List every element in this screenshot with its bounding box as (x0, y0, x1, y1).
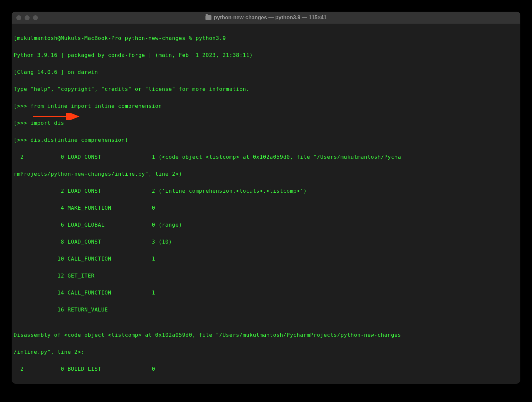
title-text: python-new-changes — python3.9 — 115×41 (214, 15, 327, 21)
folder-icon (205, 15, 211, 20)
terminal-line: 10 CALL_FUNCTION 1 (14, 255, 518, 263)
terminal-line: [Clang 14.0.6 ] on darwin (14, 68, 518, 77)
terminal-line: 6 LOAD_GLOBAL 0 (range) (14, 221, 518, 229)
terminal-line: 2 0 BUILD_LIST 0 (14, 365, 518, 373)
terminal-line: 8 LOAD_CONST 3 (10) (14, 238, 518, 246)
titlebar: python-new-changes — python3.9 — 115×41 (12, 12, 520, 24)
terminal-line: 12 GET_ITER (14, 272, 518, 280)
maximize-button[interactable] (33, 15, 38, 20)
window-controls (16, 15, 38, 20)
terminal-line: 2 LOAD_FAST 0 (.0) (14, 382, 518, 384)
terminal-line: 4 MAKE_FUNCTION 0 (14, 204, 518, 212)
terminal-line: Python 3.9.16 | packaged by conda-forge … (14, 51, 518, 60)
terminal-line: 16 RETURN_VALUE (14, 305, 518, 314)
close-button[interactable] (16, 15, 21, 20)
terminal-line: [>>> import dis (14, 119, 518, 127)
terminal-line: [mukulmantosh@Mukuls-MacBook-Pro python-… (14, 34, 518, 43)
terminal-line: [>>> dis.dis(inline_comprehension) (14, 136, 518, 144)
terminal-line: rmProjects/python-new-changes/inline.py"… (14, 170, 518, 178)
terminal-line: 14 CALL_FUNCTION 1 (14, 289, 518, 297)
terminal-line: 2 0 LOAD_CONST 1 (<code object <listcomp… (14, 153, 518, 161)
minimize-button[interactable] (25, 15, 30, 20)
terminal-line: /inline.py", line 2>: (14, 348, 518, 356)
terminal-line: [>>> from inline import inline_comprehen… (14, 102, 518, 110)
terminal-window: python-new-changes — python3.9 — 115×41 … (12, 12, 520, 384)
terminal-body[interactable]: [mukulmantosh@Mukuls-MacBook-Pro python-… (12, 24, 520, 384)
annotation-arrow-icon (33, 113, 83, 120)
window-title: python-new-changes — python3.9 — 115×41 (205, 15, 327, 21)
terminal-line: Type "help", "copyright", "credits" or "… (14, 85, 518, 94)
terminal-line: 2 LOAD_CONST 2 ('inline_comprehension.<l… (14, 187, 518, 195)
terminal-line: Disassembly of <code object <listcomp> a… (14, 331, 518, 339)
